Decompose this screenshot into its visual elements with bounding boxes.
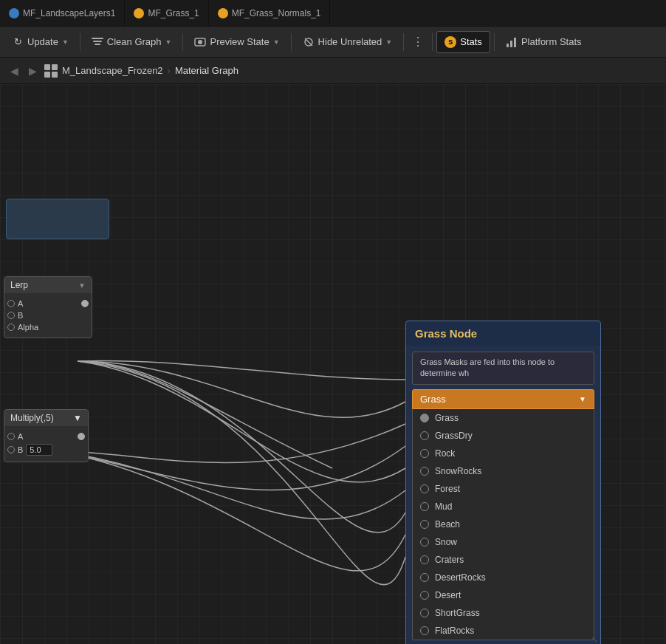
lerp-pin-b-label: B xyxy=(18,311,23,320)
svg-rect-8 xyxy=(510,41,512,47)
hide-unrelated-button[interactable]: Hide Unrelated ▼ xyxy=(295,31,400,53)
tab-grass1[interactable]: MF_Grass_1 xyxy=(125,0,208,26)
dropdown-item-snow[interactable]: Snow xyxy=(413,533,594,551)
tab-grass-normals[interactable]: MF_Grass_Normals_1 xyxy=(209,0,331,26)
multiply-pin-a: A xyxy=(7,431,85,442)
item-label-snowrocks: SnowRocks xyxy=(435,466,481,476)
platform-stats-label: Platform Stats xyxy=(521,36,582,47)
item-label-snow: Snow xyxy=(435,537,457,547)
dropdown-selected-label: Grass xyxy=(420,394,446,405)
preview-state-icon xyxy=(194,36,206,48)
update-icon: ↻ xyxy=(12,36,24,48)
node-multiply-label: Multiply(,5) xyxy=(10,413,54,423)
toolbar: ↻ Update ▼ Clean Graph ▼ Preview State ▼ xyxy=(0,27,666,58)
lerp-chevron: ▼ xyxy=(78,281,86,290)
dropdown-item-forest[interactable]: Forest xyxy=(413,480,594,498)
update-label: Update xyxy=(27,36,58,47)
dropdown-arrow-icon: ▼ xyxy=(579,395,586,403)
back-button[interactable]: ◀ xyxy=(7,64,21,78)
dropdown-item-shortgrass[interactable]: ShortGrass xyxy=(413,604,594,622)
item-label-mud: Mud xyxy=(435,501,452,512)
dropdown-item-craters[interactable]: Craters xyxy=(413,551,594,569)
forward-button[interactable]: ▶ xyxy=(26,64,40,78)
lerp-pin-b: B xyxy=(7,309,89,321)
resize-handle[interactable]: ⤡ xyxy=(591,635,597,643)
node-blue-top[interactable] xyxy=(6,199,109,239)
multiply-pin-a-dot xyxy=(7,433,15,440)
tab-icon-landscape xyxy=(9,8,19,18)
multiply-pin-a-label: A xyxy=(18,432,23,441)
item-dot-desert xyxy=(420,591,429,600)
svg-rect-0 xyxy=(93,41,102,42)
tab-label-grass1: MF_Grass_1 xyxy=(148,8,199,18)
item-dot-mud xyxy=(420,502,429,511)
platform-stats-icon xyxy=(506,36,518,48)
node-multiply[interactable]: Multiply(,5) ▼ A B xyxy=(4,409,89,462)
item-label-flatrocks: FlatRocks xyxy=(435,626,474,636)
breadcrumb-graph: Material Graph xyxy=(175,65,238,76)
tab-landscape-layers[interactable]: MF_LandscapeLayers1 xyxy=(0,0,125,26)
lerp-pin-a: A xyxy=(7,298,89,309)
item-dot-snow xyxy=(420,538,429,547)
item-label-rock: Rock xyxy=(435,448,455,459)
dropdown-selected[interactable]: Grass ▼ xyxy=(412,389,594,409)
tab-bar: MF_LandscapeLayers1 MF_Grass_1 MF_Grass_… xyxy=(0,0,666,27)
lerp-pin-a-output xyxy=(81,300,89,307)
node-multiply-header: Multiply(,5) ▼ xyxy=(4,410,88,426)
lerp-pin-alpha-label: Alpha xyxy=(18,323,38,332)
platform-stats-button[interactable]: Platform Stats xyxy=(498,31,589,53)
dropdown-item-snowrocks[interactable]: SnowRocks xyxy=(413,462,594,480)
item-dot-beach xyxy=(420,520,429,529)
grass-node-title: Grass Node xyxy=(406,321,600,346)
item-label-desert: Desert xyxy=(435,590,461,600)
tab-label-landscape: MF_LandscapeLayers1 xyxy=(23,8,115,18)
dropdown-item-grass[interactable]: Grass xyxy=(413,409,594,427)
item-label-grass: Grass xyxy=(435,413,459,423)
clean-graph-icon xyxy=(92,36,103,48)
svg-rect-2 xyxy=(92,38,103,39)
lerp-pin-b-dot xyxy=(7,312,15,319)
multiply-pin-a-output xyxy=(78,433,85,440)
preview-state-button[interactable]: Preview State ▼ xyxy=(187,31,286,53)
multiply-pin-b-label: B xyxy=(18,445,23,454)
item-label-beach: Beach xyxy=(435,519,460,530)
dropdown-item-desert[interactable]: Desert xyxy=(413,586,594,604)
dropdown-item-beach[interactable]: Beach xyxy=(413,515,594,533)
lerp-pin-a-label: A xyxy=(18,299,23,308)
node-lerp[interactable]: Lerp ▼ A B Alpha xyxy=(4,276,92,338)
tab-label-grass-normals: MF_Grass_Normals_1 xyxy=(232,8,321,18)
grass-node-tooltip: Grass Masks are fed into this node to de… xyxy=(412,352,594,385)
sep-5 xyxy=(432,33,433,51)
item-dot-grass xyxy=(420,414,429,422)
multiply-chevron: ▼ xyxy=(73,413,82,423)
sep-2 xyxy=(182,33,183,51)
dropdown-item-grassdry[interactable]: GrassDry xyxy=(413,427,594,445)
lerp-pin-alpha-dot xyxy=(7,323,15,331)
breadcrumb-material[interactable]: M_Landscape_Frozen2 xyxy=(62,65,163,76)
multiply-b-value[interactable] xyxy=(26,444,52,456)
dropdown-item-mud[interactable]: Mud xyxy=(413,498,594,515)
clean-graph-label: Clean Graph xyxy=(107,36,162,47)
clean-graph-chevron: ▼ xyxy=(165,38,172,46)
item-dot-flatrocks xyxy=(420,626,429,635)
item-dot-shortgrass xyxy=(420,609,429,617)
stats-button[interactable]: S Stats xyxy=(436,31,490,53)
dropdown-container: Grass ▼ Grass GrassDry Rock Sno xyxy=(412,389,594,640)
preview-state-chevron: ▼ xyxy=(273,38,280,46)
dropdown-item-desertrocks[interactable]: DesertRocks xyxy=(413,569,594,586)
svg-rect-7 xyxy=(507,44,509,47)
sep-6 xyxy=(494,33,495,51)
more-options-button[interactable]: ⋮ xyxy=(408,31,428,52)
multiply-pin-b-dot xyxy=(7,446,15,453)
stats-label: Stats xyxy=(460,36,482,47)
item-label-shortgrass: ShortGrass xyxy=(435,608,480,618)
dropdown-item-flatrocks[interactable]: FlatRocks xyxy=(413,622,594,640)
lerp-pin-a-dot xyxy=(7,300,15,307)
item-label-grassdry: GrassDry xyxy=(435,431,473,441)
clean-graph-button[interactable]: Clean Graph ▼ xyxy=(84,31,179,53)
item-dot-rock xyxy=(420,449,429,458)
canvas-area: Lerp ▼ A B Alpha Multiply(,5) ▼ xyxy=(0,84,666,644)
update-button[interactable]: ↻ Update ▼ xyxy=(4,31,76,53)
dropdown-list: Grass GrassDry Rock SnowRocks Forest xyxy=(412,409,594,640)
dropdown-item-rock[interactable]: Rock xyxy=(413,445,594,462)
